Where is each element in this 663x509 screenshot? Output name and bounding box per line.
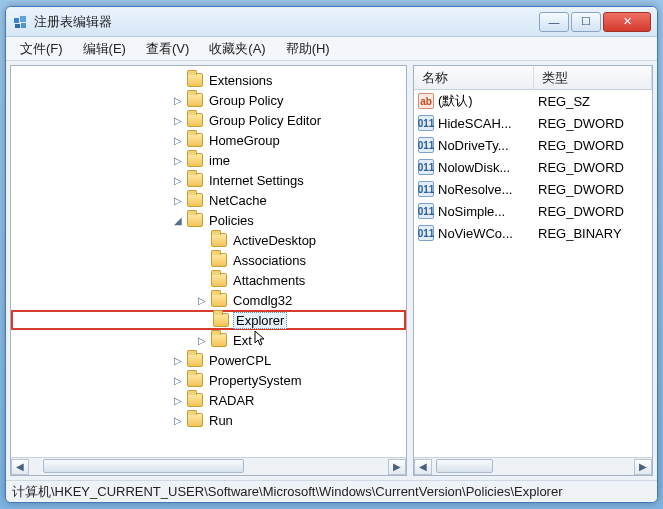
tree-node-label: Group Policy	[207, 93, 285, 108]
expander-icon[interactable]: ▷	[171, 353, 185, 367]
tree-node-label: Group Policy Editor	[207, 113, 323, 128]
menu-favorites[interactable]: 收藏夹(A)	[199, 38, 275, 60]
tree-node-label: Attachments	[231, 273, 307, 288]
expander-icon[interactable]: ▷	[171, 393, 185, 407]
expander-icon[interactable]: ▷	[171, 173, 185, 187]
value-type: REG_DWORD	[538, 182, 652, 197]
scroll-thumb[interactable]	[436, 459, 493, 473]
menu-view[interactable]: 查看(V)	[136, 38, 199, 60]
value-type: REG_DWORD	[538, 138, 652, 153]
tree-node-explorer[interactable]: ▷Explorer	[11, 310, 406, 330]
expander-icon[interactable]: ▷	[171, 113, 185, 127]
scroll-track[interactable]	[29, 459, 388, 475]
folder-icon	[211, 333, 227, 347]
tree-node-label: Associations	[231, 253, 308, 268]
close-button[interactable]: ✕	[603, 12, 651, 32]
folder-icon	[187, 413, 203, 427]
value-name: NoDriveTy...	[438, 138, 538, 153]
svg-rect-3	[21, 23, 26, 28]
folder-icon	[187, 213, 203, 227]
scroll-thumb[interactable]	[43, 459, 244, 473]
value-name: NoVieWCo...	[438, 226, 538, 241]
tree-body[interactable]: ▷Extensions▷Group Policy▷Group Policy Ed…	[11, 66, 406, 457]
tree-node-activedesktop[interactable]: ▷ActiveDesktop	[11, 230, 406, 250]
scroll-right-icon[interactable]: ▶	[634, 459, 652, 475]
tree-node-group-policy-editor[interactable]: ▷Group Policy Editor	[11, 110, 406, 130]
expander-icon[interactable]: ▷	[195, 293, 209, 307]
expander-icon[interactable]: ▷	[171, 93, 185, 107]
tree-node-ime[interactable]: ▷ime	[11, 150, 406, 170]
folder-icon	[187, 73, 203, 87]
col-name[interactable]: 名称	[414, 66, 534, 89]
tree-node-group-policy[interactable]: ▷Group Policy	[11, 90, 406, 110]
tree-node-attachments[interactable]: ▷Attachments	[11, 270, 406, 290]
tree-node-associations[interactable]: ▷Associations	[11, 250, 406, 270]
list-header: 名称 类型	[414, 66, 652, 90]
tree-node-extensions[interactable]: ▷Extensions	[11, 70, 406, 90]
expander-icon[interactable]: ◢	[171, 213, 185, 227]
tree-node-label: Ext	[231, 333, 254, 348]
minimize-button[interactable]: —	[539, 12, 569, 32]
value-name: (默认)	[438, 92, 538, 110]
menu-edit[interactable]: 编辑(E)	[73, 38, 136, 60]
tree-node-run[interactable]: ▷Run	[11, 410, 406, 430]
folder-icon	[187, 393, 203, 407]
tree-node-internet-settings[interactable]: ▷Internet Settings	[11, 170, 406, 190]
tree-node-homegroup[interactable]: ▷HomeGroup	[11, 130, 406, 150]
menu-file[interactable]: 文件(F)	[10, 38, 73, 60]
folder-icon	[211, 273, 227, 287]
list-row[interactable]: 011NolowDisk...REG_DWORD	[414, 156, 652, 178]
list-row[interactable]: ab(默认)REG_SZ	[414, 90, 652, 112]
list-pane: 名称 类型 ab(默认)REG_SZ011HideSCAH...REG_DWOR…	[413, 65, 653, 476]
window-title: 注册表编辑器	[34, 13, 539, 31]
tree-node-comdlg32[interactable]: ▷Comdlg32	[11, 290, 406, 310]
title-bar[interactable]: 注册表编辑器 — ☐ ✕	[6, 7, 657, 37]
scroll-left-icon[interactable]: ◀	[414, 459, 432, 475]
tree-node-ext[interactable]: ▷Ext	[11, 330, 406, 350]
list-body[interactable]: ab(默认)REG_SZ011HideSCAH...REG_DWORD011No…	[414, 90, 652, 457]
list-row[interactable]: 011NoDriveTy...REG_DWORD	[414, 134, 652, 156]
menu-help[interactable]: 帮助(H)	[276, 38, 340, 60]
tree-node-radar[interactable]: ▷RADAR	[11, 390, 406, 410]
folder-icon	[187, 93, 203, 107]
binary-value-icon: 011	[418, 159, 434, 175]
expander-icon[interactable]: ▷	[171, 133, 185, 147]
tree-node-label: Comdlg32	[231, 293, 294, 308]
expander-icon[interactable]: ▷	[171, 373, 185, 387]
list-row[interactable]: 011NoVieWCo...REG_BINARY	[414, 222, 652, 244]
tree-node-label: NetCache	[207, 193, 269, 208]
folder-icon	[187, 193, 203, 207]
tree-node-label: ActiveDesktop	[231, 233, 318, 248]
tree-node-policies[interactable]: ◢Policies	[11, 210, 406, 230]
tree-node-propertysystem[interactable]: ▷PropertySystem	[11, 370, 406, 390]
expander-icon[interactable]: ▷	[171, 413, 185, 427]
expander-icon[interactable]: ▷	[171, 153, 185, 167]
folder-icon	[211, 253, 227, 267]
value-type: REG_BINARY	[538, 226, 652, 241]
svg-rect-0	[14, 18, 19, 23]
scroll-track[interactable]	[432, 459, 634, 475]
scroll-right-icon[interactable]: ▶	[388, 459, 406, 475]
expander-icon[interactable]: ▷	[195, 333, 209, 347]
scroll-left-icon[interactable]: ◀	[11, 459, 29, 475]
folder-icon	[187, 353, 203, 367]
tree-node-netcache[interactable]: ▷NetCache	[11, 190, 406, 210]
list-hscrollbar[interactable]: ◀ ▶	[414, 457, 652, 475]
tree-pane: ▷Extensions▷Group Policy▷Group Policy Ed…	[10, 65, 407, 476]
svg-rect-1	[20, 16, 26, 22]
maximize-button[interactable]: ☐	[571, 12, 601, 32]
tree-node-label: Run	[207, 413, 235, 428]
tree-node-powercpl[interactable]: ▷PowerCPL	[11, 350, 406, 370]
list-row[interactable]: 011NoSimple...REG_DWORD	[414, 200, 652, 222]
expander-icon[interactable]: ▷	[171, 193, 185, 207]
tree-hscrollbar[interactable]: ◀ ▶	[11, 457, 406, 475]
folder-icon	[211, 233, 227, 247]
binary-value-icon: 011	[418, 181, 434, 197]
tree-node-label: Policies	[207, 213, 256, 228]
tree-node-label: PropertySystem	[207, 373, 303, 388]
col-type[interactable]: 类型	[534, 66, 652, 89]
list-row[interactable]: 011NoResolve...REG_DWORD	[414, 178, 652, 200]
list-row[interactable]: 011HideSCAH...REG_DWORD	[414, 112, 652, 134]
svg-rect-2	[15, 24, 20, 28]
folder-icon	[213, 313, 229, 327]
